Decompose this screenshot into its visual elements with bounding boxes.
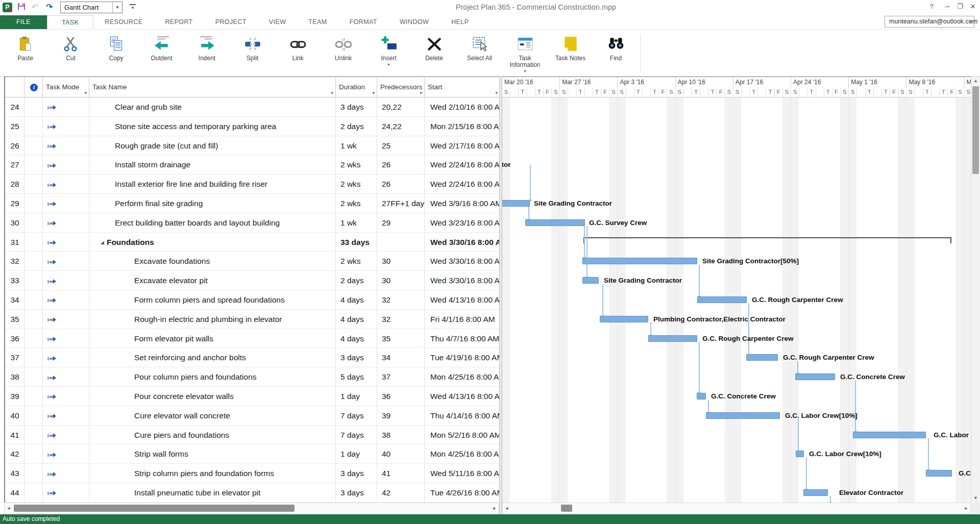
task-name-cell[interactable]: Rough-in electric and plumbing in elevat… (89, 310, 336, 329)
task-bar[interactable] (697, 393, 706, 400)
predecessors-cell[interactable]: 34 (377, 348, 425, 367)
duration-cell[interactable]: 1 wk (336, 136, 377, 156)
filter-caret-icon[interactable]: ▾ (84, 91, 87, 95)
start-cell[interactable]: Mon 4/25/16 8:00 AM (425, 444, 499, 464)
tab-team[interactable]: TEAM (297, 15, 338, 29)
duration-cell[interactable]: 2 wks (336, 252, 377, 271)
scroll-down-icon[interactable]: ▼ (971, 494, 980, 503)
row-number[interactable]: 25 (5, 117, 24, 136)
predecessors-cell[interactable]: 26 (377, 174, 425, 194)
task-bar[interactable] (926, 470, 952, 477)
row-number[interactable]: 31 (5, 233, 24, 252)
duration-cell[interactable]: 2 wks (336, 174, 377, 194)
table-scrollbar-thumb[interactable] (14, 505, 295, 512)
paste-button[interactable]: Paste (3, 31, 48, 73)
duration-cell[interactable]: 5 days (336, 367, 377, 387)
start-cell[interactable]: Wed 2/24/16 8:00 AM (425, 174, 499, 194)
close-button[interactable]: ✕ (967, 3, 978, 10)
tab-format[interactable]: FORMAT (338, 15, 388, 29)
row-number[interactable]: 26 (5, 136, 24, 156)
predecessors-cell[interactable]: 25 (377, 136, 425, 156)
start-cell[interactable]: Mon 2/15/16 8:00 AM (425, 117, 499, 136)
outdent-button[interactable]: Outdent (139, 31, 184, 73)
row-number[interactable]: 38 (5, 367, 24, 387)
predecessors-cell[interactable]: 37 (377, 367, 425, 387)
predecessors-cell[interactable]: 24,22 (377, 117, 425, 136)
start-cell[interactable]: Wed 3/30/16 8:00 AM (425, 233, 499, 252)
filter-caret-icon[interactable]: ▾ (372, 91, 375, 95)
scroll-left-icon[interactable]: ◄ (5, 503, 13, 513)
copy-button[interactable]: Copy (93, 31, 139, 73)
row-number[interactable]: 40 (5, 406, 24, 426)
predecessors-cell[interactable]: 27FF+1 day (377, 194, 425, 213)
split-button[interactable]: Split (230, 31, 275, 73)
collapse-triangle-icon[interactable]: ◢ (101, 233, 104, 252)
table-row[interactable]: 41Cure piers and foundations7 days38Mon … (5, 426, 499, 445)
table-row[interactable]: 24Clear and grub site3 days20,22Wed 2/10… (5, 97, 499, 117)
duration-cell[interactable]: 2 days (336, 271, 377, 290)
duration-cell[interactable]: 2 wks (336, 194, 377, 213)
table-row[interactable]: 30Erect building batter boards and layou… (5, 213, 499, 233)
start-cell[interactable]: Tue 4/19/16 8:00 AM (425, 348, 499, 367)
task-bar[interactable] (525, 219, 585, 226)
task-name-cell[interactable]: Cure piers and foundations (89, 426, 336, 445)
table-row[interactable]: 29Perform final site grading2 wks27FF+1 … (5, 194, 499, 213)
task-name-cell[interactable]: Excavate elevator pit (89, 271, 336, 290)
predecessors-cell[interactable]: 30 (377, 271, 425, 290)
start-cell[interactable]: Wed 3/9/16 8:00 AM (425, 194, 499, 213)
start-header[interactable]: Start▾ (425, 77, 499, 97)
task-name-cell[interactable]: Set reinforcing and anchor bolts (89, 348, 336, 367)
scroll-right-icon[interactable]: ► (962, 503, 970, 513)
table-row[interactable]: 40Cure elevator wall concrete7 days39Thu… (5, 406, 499, 426)
start-cell[interactable]: Wed 3/30/16 8:00 AM (425, 252, 499, 271)
start-cell[interactable]: Mon 4/25/16 8:00 AM (425, 367, 499, 387)
find-button[interactable]: Find (593, 31, 639, 73)
table-row[interactable]: 39Pour concrete elevator walls1 day36Wed… (5, 387, 499, 406)
table-row[interactable]: 28Install exterior fire line and buildin… (5, 174, 499, 194)
task-bar[interactable] (706, 412, 780, 419)
start-cell[interactable]: Wed 3/30/16 8:00 AM (425, 271, 499, 290)
predecessors-cell[interactable]: 20,22 (377, 97, 425, 117)
account-email[interactable]: munteanu.stefan@outlook.com ▾ (885, 16, 974, 28)
row-number[interactable]: 28 (5, 174, 24, 194)
task-bar[interactable] (697, 296, 747, 303)
task-name-cell[interactable]: Strip wall forms (89, 444, 336, 464)
table-row[interactable]: 36Form elevator pit walls4 days35Thu 4/7… (5, 329, 499, 348)
duration-cell[interactable]: 3 days (336, 97, 377, 117)
info-column-header[interactable]: i (24, 77, 43, 97)
table-row[interactable]: 35Rough-in electric and plumbing in elev… (5, 310, 499, 329)
row-number[interactable]: 24 (5, 97, 24, 117)
duration-cell[interactable]: 3 days (336, 348, 377, 367)
start-cell[interactable]: Fri 4/1/16 8:00 AM (425, 310, 499, 329)
duration-cell[interactable]: 33 days (336, 233, 377, 252)
row-number[interactable]: 34 (5, 290, 24, 310)
task-name-cell[interactable]: Cure elevator wall concrete (89, 406, 336, 426)
scroll-right-icon[interactable]: ► (491, 503, 499, 513)
task-information-button[interactable]: TaskInformation▼ (502, 31, 548, 73)
unlink-button[interactable]: Unlink (321, 31, 366, 73)
table-row[interactable]: 33Excavate elevator pit2 days30Wed 3/30/… (5, 271, 499, 290)
duration-cell[interactable]: 7 days (336, 406, 377, 426)
predecessors-cell[interactable]: 32 (377, 310, 425, 329)
task-name-cell[interactable]: Pour concrete elevator walls (89, 387, 336, 406)
table-row[interactable]: 31◢Foundations33 daysWed 3/30/16 8:00 AM (5, 233, 499, 252)
task-name-cell[interactable]: Form column piers and spread foundations (89, 290, 336, 310)
task-bar[interactable] (648, 335, 697, 342)
minimize-button[interactable]: ─ (942, 3, 953, 10)
row-number[interactable]: 39 (5, 387, 24, 406)
start-cell[interactable]: Wed 2/24/16 8:00 AM (425, 155, 499, 174)
task-name-cell[interactable]: ◢Foundations (89, 233, 336, 252)
task-name-cell[interactable]: Install exterior fire line and building … (89, 174, 336, 194)
predecessors-cell[interactable]: 29 (377, 213, 425, 233)
duration-cell[interactable]: 3 days (336, 483, 377, 503)
duration-cell[interactable]: 4 days (336, 310, 377, 329)
table-row[interactable]: 44Install pneumatic tube in elevator pit… (5, 483, 499, 503)
restore-button[interactable]: ❐ (954, 3, 966, 10)
tab-help[interactable]: HELP (440, 15, 480, 29)
predecessors-cell[interactable]: 38 (377, 426, 425, 445)
duration-cell[interactable]: 4 days (336, 329, 377, 348)
start-cell[interactable]: Wed 3/23/16 8:00 AM (425, 213, 499, 233)
predecessors-cell[interactable]: 26 (377, 155, 425, 174)
scroll-left-icon[interactable]: ◄ (503, 503, 511, 513)
undo-icon[interactable]: ↶ (32, 2, 38, 12)
